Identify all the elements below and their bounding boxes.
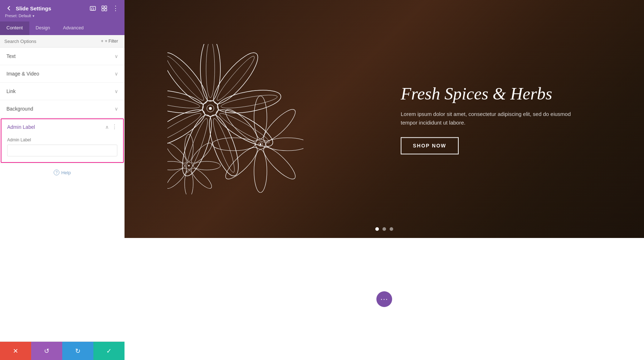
dot-2[interactable] <box>382 227 386 231</box>
svg-point-37 <box>260 143 262 145</box>
svg-point-6 <box>200 44 220 101</box>
preset-label: Preset: Default <box>5 14 31 18</box>
accordion-link-title: Link <box>6 88 16 94</box>
chevron-down-icon: ∨ <box>114 88 118 94</box>
accordion-text-header[interactable]: Text ∨ <box>0 48 125 65</box>
cancel-button[interactable]: ✕ <box>0 342 31 360</box>
search-bar: + + Filter <box>0 35 125 48</box>
slider-container: Fresh Spices & Herbs Lorem ipsum dolor s… <box>125 0 644 238</box>
svg-point-31 <box>254 150 267 193</box>
svg-point-47 <box>188 165 190 166</box>
accordion-background-title: Background <box>6 106 33 112</box>
grid-icon[interactable] <box>100 4 108 12</box>
tab-advanced[interactable]: Advanced <box>57 21 90 35</box>
svg-point-40 <box>193 161 220 170</box>
responsive-icon[interactable] <box>89 4 97 12</box>
slide-text: Fresh Spices & Herbs Lorem ipsum dolor s… <box>401 84 572 154</box>
help-link[interactable]: ? Help <box>54 170 71 175</box>
accordion-background: Background ∨ <box>0 100 125 118</box>
svg-rect-4 <box>102 9 104 11</box>
admin-label-input[interactable] <box>7 145 117 156</box>
svg-point-17 <box>220 92 278 111</box>
search-input[interactable] <box>4 39 96 44</box>
undo-icon: ↺ <box>44 347 49 355</box>
tab-content[interactable]: Content <box>0 21 29 35</box>
filter-label: + Filter <box>105 39 118 44</box>
accordion-text: Text ∨ <box>0 48 125 65</box>
svg-point-10 <box>204 112 244 179</box>
svg-point-32 <box>222 143 261 183</box>
dot-1[interactable] <box>375 227 379 231</box>
slide-body: Lorem ipsum dolor sit amet, consectetur … <box>401 110 572 127</box>
slide-background: Fresh Spices & Herbs Lorem ipsum dolor s… <box>125 0 644 238</box>
svg-rect-5 <box>104 9 107 11</box>
svg-point-26 <box>209 107 212 110</box>
accordion-link-header[interactable]: Link ∨ <box>0 83 125 100</box>
below-slider: ··· <box>125 238 644 360</box>
svg-point-34 <box>222 105 261 145</box>
preset-row[interactable]: Preset: Default ▾ <box>5 14 119 18</box>
svg-point-15 <box>206 44 215 98</box>
tabs-row: Content Design Advanced <box>0 21 125 35</box>
svg-point-33 <box>212 138 255 151</box>
help-row: ? Help <box>0 164 125 179</box>
admin-label-title: Admin Label <box>7 124 35 130</box>
sidebar-header: Slide Settings ⋮ <box>0 0 125 21</box>
shop-now-button[interactable]: SHOP NOW <box>401 137 459 154</box>
chevron-down-icon: ∨ <box>114 71 118 77</box>
filter-button[interactable]: + + Filter <box>99 38 120 44</box>
svg-point-11 <box>176 112 217 179</box>
sidebar-title: Slide Settings <box>16 5 51 11</box>
dot-3[interactable] <box>390 227 393 231</box>
save-button[interactable]: ✓ <box>93 342 125 360</box>
accordion-image-header[interactable]: Image & Video ∨ <box>0 65 125 82</box>
chevron-down-icon: ∨ <box>114 53 118 59</box>
sections-list: Text ∨ Image & Video ∨ Link ∨ Background… <box>0 48 125 341</box>
accordion-image-title: Image & Video <box>6 71 39 77</box>
admin-label-section: Admin Label ∧ ⋮ Admin Label <box>1 118 124 163</box>
slider-dots <box>375 227 393 231</box>
back-icon[interactable] <box>5 4 13 12</box>
admin-label-body: Admin Label <box>1 135 123 162</box>
svg-rect-2 <box>102 6 104 8</box>
accordion-image-video: Image & Video ∨ <box>0 65 125 83</box>
sidebar: Slide Settings ⋮ <box>0 0 125 360</box>
svg-point-42 <box>185 170 193 194</box>
help-label: Help <box>61 170 71 175</box>
tab-design[interactable]: Design <box>29 21 57 35</box>
accordion-text-title: Text <box>6 53 16 59</box>
svg-point-29 <box>266 138 303 151</box>
svg-point-18 <box>218 110 272 146</box>
slide-heading: Fresh Spices & Herbs <box>401 84 572 103</box>
svg-point-27 <box>254 96 267 139</box>
svg-point-16 <box>214 53 257 103</box>
accordion-background-header[interactable]: Background ∨ <box>0 100 125 117</box>
svg-rect-1 <box>92 8 94 10</box>
svg-point-28 <box>260 105 299 145</box>
admin-label-more-icon[interactable]: ⋮ <box>112 123 117 130</box>
spice-illustration <box>167 44 303 194</box>
chevron-down-icon: ∨ <box>114 106 118 112</box>
preset-chevron-icon: ▾ <box>33 14 34 18</box>
help-circle-icon: ? <box>54 170 59 175</box>
purple-fab[interactable]: ··· <box>376 291 392 307</box>
save-icon: ✓ <box>106 347 112 355</box>
svg-rect-3 <box>104 6 107 8</box>
admin-label-field-label: Admin Label <box>7 137 117 142</box>
accordion-link: Link ∨ <box>0 83 125 100</box>
redo-icon: ↻ <box>75 347 80 355</box>
svg-point-22 <box>167 92 201 111</box>
admin-label-header[interactable]: Admin Label ∧ ⋮ <box>1 119 123 135</box>
more-icon[interactable]: ⋮ <box>112 4 119 12</box>
cancel-icon: ✕ <box>13 347 18 355</box>
svg-point-30 <box>260 143 299 183</box>
bottom-toolbar: ✕ ↺ ↻ ✓ <box>0 341 125 360</box>
undo-button[interactable]: ↺ <box>31 342 62 360</box>
filter-plus-icon: + <box>101 39 103 44</box>
fab-icon: ··· <box>380 295 388 304</box>
main-content: Fresh Spices & Herbs Lorem ipsum dolor s… <box>125 0 644 360</box>
admin-label-icons: ∧ ⋮ <box>105 123 117 130</box>
redo-button[interactable]: ↻ <box>62 342 93 360</box>
svg-rect-0 <box>90 6 96 10</box>
svg-point-41 <box>189 166 214 191</box>
